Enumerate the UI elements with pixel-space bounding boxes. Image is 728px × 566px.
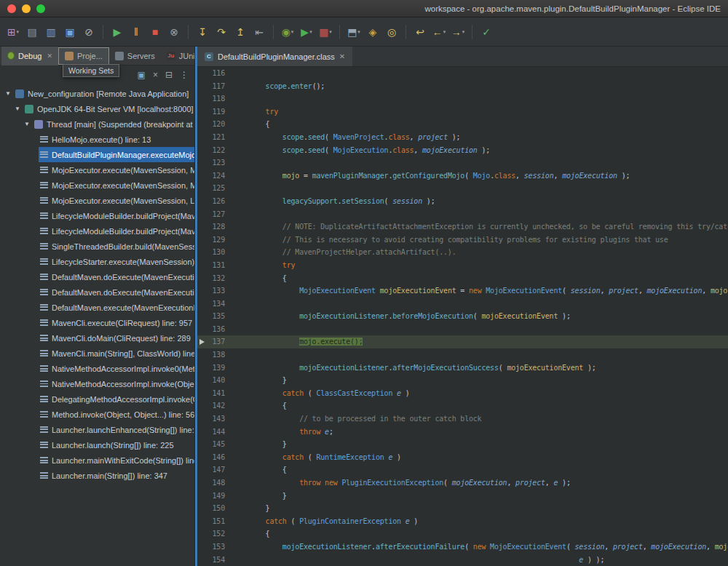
resume-button[interactable]: ▶: [108, 23, 126, 41]
annotation-ruler[interactable]: [197, 156, 207, 170]
stack-frame-row[interactable]: MojoExecutor.execute(MavenSession, MojoE: [0, 162, 194, 178]
annotation-ruler[interactable]: [197, 374, 207, 387]
code-line-text[interactable]: scope.enter();: [232, 80, 728, 93]
code-line[interactable]: 137 mojo.execute();: [197, 335, 728, 348]
code-line-text[interactable]: [232, 348, 728, 362]
annotation-ruler[interactable]: [197, 234, 207, 247]
code-line[interactable]: 132 {: [197, 272, 728, 285]
code-line-text[interactable]: {: [232, 272, 728, 285]
code-line[interactable]: 119 try: [197, 105, 728, 119]
code-line[interactable]: 134: [197, 298, 728, 311]
code-line[interactable]: 118: [197, 92, 728, 105]
code-line-text[interactable]: }: [232, 438, 728, 451]
code-line[interactable]: 138: [197, 348, 728, 362]
annotation-ruler[interactable]: [197, 541, 207, 554]
code-line-text[interactable]: [232, 182, 728, 195]
view-menu-button[interactable]: ⋮: [180, 71, 189, 79]
stack-frame-row[interactable]: Launcher.launch(String[]) line: 225: [0, 437, 194, 453]
code-line[interactable]: 136: [197, 323, 728, 336]
editor-tab-defaultbuildpluginmanager[interactable]: C DefaultBuildPluginManager.class ✕: [197, 47, 352, 66]
annotation-ruler[interactable]: [197, 387, 207, 400]
new-wizard-button[interactable]: ⊞▾: [4, 23, 22, 41]
annotation-ruler[interactable]: [197, 310, 207, 323]
code-line[interactable]: 146 catch ( RuntimeException e ): [197, 451, 728, 464]
code-line[interactable]: 147 {: [197, 463, 728, 477]
code-line[interactable]: 135 mojoExecutionListener.beforeMojoExec…: [197, 310, 728, 323]
code-line[interactable]: 123: [197, 156, 728, 170]
stack-frame-row[interactable]: Launcher.mainWithExitCode(String[]) line…: [0, 453, 194, 468]
code-line[interactable]: 131 try: [197, 259, 728, 272]
code-line-text[interactable]: // to be processed in the outer catch bl…: [232, 412, 728, 426]
annotation-ruler[interactable]: [197, 554, 207, 566]
stack-frame-row[interactable]: NativeMethodAccessorImpl.invoke0(Method,…: [0, 361, 194, 376]
annotation-ruler[interactable]: [197, 463, 207, 477]
code-line[interactable]: 129 // This is necessary to avoid creati…: [197, 234, 728, 247]
annotation-ruler[interactable]: [197, 477, 207, 490]
annotation-ruler[interactable]: [197, 144, 207, 157]
code-line[interactable]: 124 mojo = mavenPluginManager.getConfigu…: [197, 170, 728, 183]
stack-frame-row[interactable]: LifecycleModuleBuilder.buildProject(Mave…: [0, 223, 194, 239]
stack-frame-row[interactable]: MojoExecutor.execute(MavenSession, List<…: [0, 193, 194, 208]
code-line-text[interactable]: mojoExecutionListener.afterMojoExecution…: [232, 362, 728, 375]
view-tab-proje[interactable]: Proje...: [58, 47, 109, 65]
stack-frame-row[interactable]: MojoExecutor.execute(MavenSession, MojoE: [0, 178, 194, 193]
code-line[interactable]: 143 // to be processed in the outer catc…: [197, 412, 728, 426]
code-line[interactable]: 154 e ) );: [197, 554, 728, 566]
annotation-ruler[interactable]: [197, 527, 207, 541]
code-line-text[interactable]: throw new PluginExecutionException( mojo…: [232, 477, 728, 490]
code-line-text[interactable]: catch ( ClassCastException e ): [232, 387, 728, 400]
code-line-text[interactable]: // NOTE: DuplicateArtifactAttachmentExce…: [232, 220, 728, 234]
code-line[interactable]: 149 }: [197, 490, 728, 503]
code-line-text[interactable]: {: [232, 463, 728, 477]
tree-row[interactable]: ▼Thread [main] (Suspended (breakpoint at…: [0, 116, 194, 132]
last-edit-location-button[interactable]: ↩: [411, 23, 429, 41]
code-line-text[interactable]: [232, 323, 728, 336]
forward-button[interactable]: →▾: [449, 23, 467, 41]
annotation-ruler[interactable]: [197, 348, 207, 362]
code-line[interactable]: 121 scope.seed( MavenProject.class, proj…: [197, 131, 728, 144]
code-line-text[interactable]: {: [232, 399, 728, 412]
expander-icon[interactable]: ▼: [4, 90, 12, 97]
code-line-text[interactable]: [232, 67, 728, 80]
code-line[interactable]: 122 scope.seed( MojoExecution.class, moj…: [197, 144, 728, 157]
terminate-button[interactable]: ■: [146, 23, 164, 41]
code-line-text[interactable]: }: [232, 490, 728, 503]
save-button[interactable]: ▤: [23, 23, 41, 41]
zoom-window-button[interactable]: [36, 4, 45, 13]
code-line-text[interactable]: try: [232, 105, 728, 119]
stack-frame-row[interactable]: DefaultMaven.doExecute(MavenExecutionReq…: [0, 269, 194, 284]
annotation-ruler[interactable]: [197, 323, 207, 336]
stack-frame-row[interactable]: LifecycleStarter.execute(MavenSession) l…: [0, 254, 194, 269]
stack-frame-row[interactable]: SingleThreadedBuilder.build(MavenSession…: [0, 239, 194, 254]
code-line-text[interactable]: {: [232, 118, 728, 131]
code-line-text[interactable]: catch ( RuntimeException e ): [232, 451, 728, 464]
code-line[interactable]: 145 }: [197, 438, 728, 451]
code-line-text[interactable]: [232, 92, 728, 105]
close-view-icon[interactable]: ✕: [47, 52, 52, 60]
annotation-ruler[interactable]: [197, 412, 207, 426]
code-line[interactable]: 120 {: [197, 118, 728, 131]
annotation-ruler[interactable]: [197, 284, 207, 298]
code-line[interactable]: 117 scope.enter();: [197, 80, 728, 93]
annotation-ruler[interactable]: [197, 335, 207, 348]
open-type-button[interactable]: ◈: [364, 23, 381, 41]
annotation-ruler[interactable]: [197, 502, 207, 515]
link-with-editor-button[interactable]: ✓: [478, 23, 495, 41]
code-line-text[interactable]: legacySupport.setSession( session );: [232, 195, 728, 208]
code-line[interactable]: 150 }: [197, 502, 728, 515]
suspend-button[interactable]: ‖: [127, 23, 145, 41]
code-line-text[interactable]: e ) );: [232, 554, 728, 566]
stack-frame-row[interactable]: Method.invoke(Object, Object...) line: 5…: [0, 407, 194, 422]
annotation-ruler[interactable]: [197, 490, 207, 503]
annotation-ruler[interactable]: [197, 105, 207, 119]
tree-row[interactable]: ▼New_configuration [Remote Java Applicat…: [0, 86, 194, 101]
annotation-ruler[interactable]: [197, 92, 207, 105]
annotation-ruler[interactable]: [197, 399, 207, 412]
code-line[interactable]: 152 {: [197, 527, 728, 541]
expander-icon[interactable]: ▼: [14, 105, 21, 112]
code-line[interactable]: 128 // NOTE: DuplicateArtifactAttachment…: [197, 220, 728, 234]
debug-button[interactable]: ◉▾: [279, 23, 296, 41]
console-display-button[interactable]: ▣: [138, 71, 146, 79]
save-all-button[interactable]: ▥: [42, 23, 60, 41]
view-tab-junit[interactable]: JuJUnit: [161, 47, 195, 65]
